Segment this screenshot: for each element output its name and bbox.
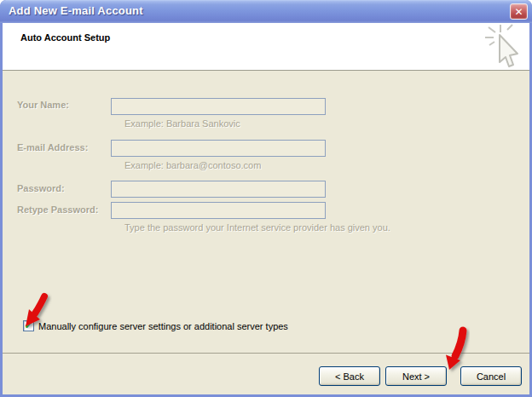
manual-config-checkbox[interactable]: ✔ — [23, 320, 34, 331]
wizard-header: Auto Account Setup — [3, 23, 529, 71]
dialog-body: Auto Account Setup Your Name: Example: B… — [3, 23, 529, 394]
your-name-input[interactable] — [111, 98, 326, 115]
sparkle-cursor-icon — [482, 24, 523, 71]
password-hint: Type the password your Internet service … — [124, 222, 390, 233]
close-icon: ✕ — [514, 6, 523, 16]
password-input[interactable] — [111, 181, 326, 198]
page-title: Auto Account Setup — [20, 32, 110, 43]
footer-divider — [3, 353, 529, 354]
next-button[interactable]: Next > — [385, 366, 447, 386]
your-name-label: Your Name: — [17, 100, 69, 110]
password-label: Password: — [17, 183, 65, 193]
cancel-button[interactable]: Cancel — [460, 366, 522, 386]
email-address-example: Example: barbara@contoso.com — [124, 160, 261, 170]
email-address-label: E-mail Address: — [17, 142, 88, 152]
manual-config-label[interactable]: Manually configure server settings or ad… — [38, 321, 288, 331]
your-name-example: Example: Barbara Sankovic — [124, 118, 240, 129]
retype-password-label: Retype Password: — [17, 204, 98, 215]
add-email-account-dialog: Add New E-mail Account ✕ Auto Account Se… — [0, 0, 532, 397]
window-titlebar[interactable]: Add New E-mail Account ✕ — [0, 0, 532, 23]
close-button[interactable]: ✕ — [510, 3, 528, 20]
window-title: Add New E-mail Account — [9, 4, 143, 17]
retype-password-input[interactable] — [111, 202, 326, 219]
back-button[interactable]: < Back — [319, 366, 380, 386]
manual-config-row: ✔ Manually configure server settings or … — [23, 320, 288, 331]
email-address-input[interactable] — [111, 140, 326, 157]
checkmark-icon: ✔ — [24, 320, 32, 331]
